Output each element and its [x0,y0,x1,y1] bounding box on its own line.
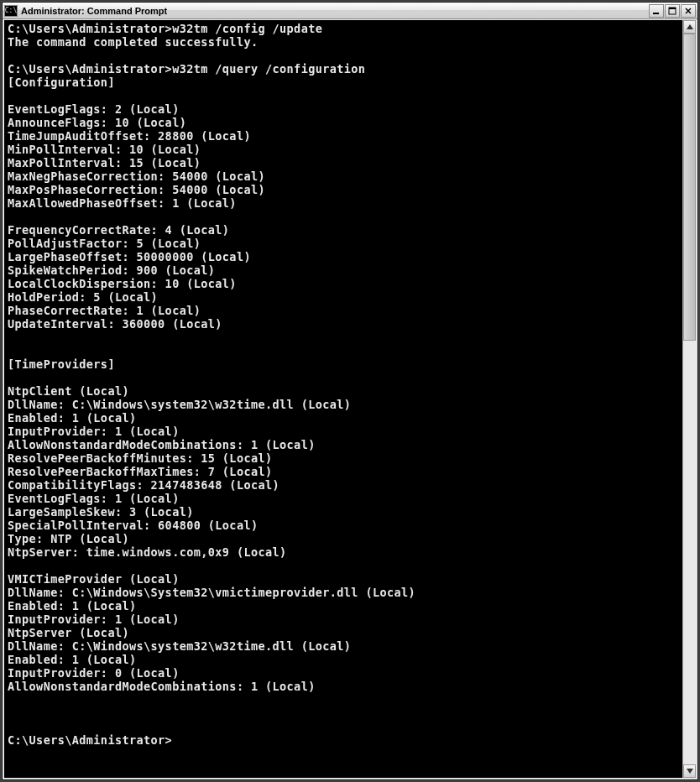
maximize-button[interactable] [665,4,680,18]
scroll-up-button[interactable] [683,20,696,34]
scroll-track[interactable] [683,34,696,764]
cmd-app-icon: C:\ [4,5,18,17]
svg-marker-5 [687,24,693,29]
scroll-thumb[interactable] [683,34,696,341]
command-prompt-window: C:\ Administrator: Command Prompt C:\Use… [2,2,698,780]
titlebar[interactable]: C:\ Administrator: Command Prompt [3,3,697,19]
window-controls [648,4,696,18]
scroll-down-button[interactable] [683,764,696,778]
close-button[interactable] [681,4,696,18]
console-area: C:\Users\Administrator>w32tm /config /up… [3,19,697,779]
window-title: Administrator: Command Prompt [21,6,648,16]
svg-marker-6 [687,769,693,774]
console-output[interactable]: C:\Users\Administrator>w32tm /config /up… [4,20,682,778]
minimize-button[interactable] [649,4,664,18]
vertical-scrollbar[interactable] [682,20,696,778]
